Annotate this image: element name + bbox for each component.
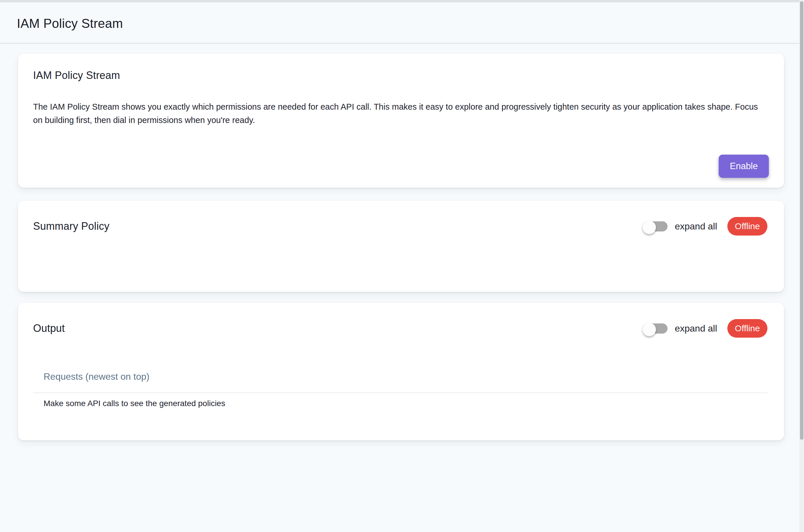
summary-expand-all-toggle[interactable] [643, 221, 668, 231]
vertical-scrollbar-thumb[interactable] [800, 1, 803, 440]
window-chrome-strip [0, 0, 799, 2]
output-card: Output expand all Offline Requests (newe… [18, 303, 784, 440]
enable-button[interactable]: Enable [719, 155, 769, 178]
intro-card-heading: IAM Policy Stream [33, 68, 769, 83]
intro-card-description: The IAM Policy Stream shows you exactly … [33, 100, 769, 127]
output-controls: expand all Offline [643, 319, 767, 338]
page-title: IAM Policy Stream [17, 16, 123, 31]
output-header-row: Output expand all Offline [33, 319, 767, 338]
app-header: IAM Policy Stream [0, 2, 799, 44]
vertical-scrollbar-track[interactable] [799, 0, 804, 532]
summary-status-badge: Offline [727, 217, 767, 235]
requests-empty-message: Make some API calls to see the generated… [33, 398, 767, 409]
intro-card: IAM Policy Stream The IAM Policy Stream … [18, 54, 784, 188]
intro-card-button-row: Enable [33, 155, 769, 178]
output-expand-all-toggle[interactable] [643, 323, 668, 334]
summary-policy-heading: Summary Policy [33, 219, 109, 233]
summary-policy-card: Summary Policy expand all Offline [18, 201, 784, 292]
summary-policy-controls: expand all Offline [643, 217, 767, 235]
requests-divider [33, 393, 767, 393]
toggle-knob [643, 323, 656, 336]
output-expand-all-label: expand all [675, 323, 717, 334]
summary-expand-all-label: expand all [675, 221, 717, 232]
toggle-knob [643, 221, 656, 234]
requests-section: Requests (newest on top) Make some API c… [33, 370, 767, 409]
output-status-badge: Offline [727, 319, 767, 338]
requests-heading: Requests (newest on top) [33, 370, 767, 383]
summary-policy-header-row: Summary Policy expand all Offline [33, 217, 767, 235]
output-heading: Output [33, 321, 65, 336]
